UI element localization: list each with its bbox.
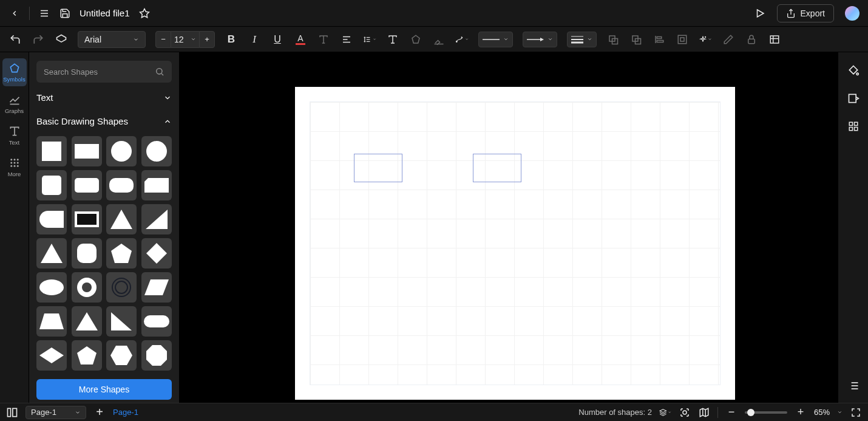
insert-text-button[interactable]: [386, 33, 399, 46]
shape-donut[interactable]: [72, 272, 102, 303]
zoom-value[interactable]: 65%: [814, 408, 830, 417]
edit-button[interactable]: [722, 33, 735, 46]
group-button[interactable]: [676, 33, 689, 46]
section-basic-shapes[interactable]: Basic Drawing Shapes: [36, 112, 172, 130]
rail-text[interactable]: Text: [2, 122, 27, 149]
shape-hexagon[interactable]: [106, 340, 137, 371]
main-area: Symbols Graphs Text More Search Shapes: [0, 52, 868, 403]
canvas-shape-rect[interactable]: [354, 154, 402, 182]
page-select[interactable]: Page-1: [25, 406, 86, 419]
align-objects-button[interactable]: [653, 33, 666, 46]
outline-panel-icon[interactable]: [6, 406, 18, 419]
play-button[interactable]: [754, 7, 766, 19]
fullscreen-button[interactable]: [850, 406, 862, 419]
font-size-decrease[interactable]: −: [155, 31, 171, 48]
lock-button[interactable]: [745, 33, 758, 46]
underline-button[interactable]: U: [271, 33, 284, 46]
shape-triangle-2[interactable]: [36, 238, 67, 269]
shape-triangle[interactable]: [106, 204, 137, 234]
font-color-button[interactable]: A: [294, 33, 307, 46]
shape-rectangle[interactable]: [72, 136, 102, 166]
font-size-select[interactable]: 12: [171, 31, 199, 48]
canvas-paper[interactable]: [295, 87, 735, 400]
canvas-area[interactable]: [180, 52, 838, 403]
shape-pentagon[interactable]: [106, 238, 137, 269]
shape-octagon[interactable]: [141, 340, 172, 371]
font-size-increase[interactable]: +: [199, 31, 215, 48]
add-page-button[interactable]: +: [93, 406, 106, 419]
status-bar: Page-1 + Page-1 Number of shapes: 2 − + …: [0, 403, 868, 421]
connector-button[interactable]: [455, 33, 469, 46]
shape-rounded-square[interactable]: [36, 170, 67, 200]
svg-marker-83: [110, 346, 132, 365]
shape-circle-2[interactable]: [141, 136, 172, 166]
search-shapes-input[interactable]: Search Shapes: [36, 61, 172, 83]
bold-button[interactable]: B: [225, 33, 238, 46]
shape-right-triangle-up[interactable]: [141, 204, 172, 234]
shape-square[interactable]: [36, 136, 67, 166]
shape-ring-outline[interactable]: [106, 272, 137, 303]
shape-frame[interactable]: [72, 204, 102, 234]
shape-right-triangle[interactable]: [106, 306, 137, 337]
shape-pill[interactable]: [141, 306, 172, 337]
shape-triangle-3[interactable]: [72, 306, 102, 337]
shapes-grid: [36, 136, 172, 373]
favorite-star-icon[interactable]: [138, 7, 151, 19]
shape-pentagon-2[interactable]: [72, 340, 102, 371]
fill-tool-icon[interactable]: [847, 64, 860, 77]
line-weight-select[interactable]: [567, 32, 597, 47]
arrow-style-select[interactable]: [523, 32, 557, 47]
zoom-out-button[interactable]: −: [725, 406, 737, 419]
shape-rounded-rect[interactable]: [72, 170, 102, 200]
shape-trapezoid[interactable]: [36, 306, 67, 337]
rail-more[interactable]: More: [2, 153, 27, 181]
map-icon[interactable]: [698, 406, 710, 419]
svg-rect-55: [42, 142, 61, 161]
shape-style-button[interactable]: [409, 33, 422, 46]
shape-rounded-square-2[interactable]: [72, 238, 102, 269]
canvas-shape-rect[interactable]: [473, 154, 521, 182]
undo-button[interactable]: [8, 33, 22, 46]
table-button[interactable]: [768, 33, 781, 46]
export-button[interactable]: Export: [777, 4, 834, 22]
rail-symbols[interactable]: Symbols: [2, 58, 27, 86]
shape-pill-rect[interactable]: [106, 170, 137, 200]
save-icon[interactable]: [59, 7, 71, 19]
apps-grid-icon[interactable]: [847, 120, 860, 132]
ai-sparkle-button[interactable]: [699, 33, 712, 46]
focus-icon[interactable]: [679, 406, 691, 419]
rail-graphs[interactable]: Graphs: [2, 90, 27, 118]
more-shapes-button[interactable]: More Shapes: [36, 379, 172, 400]
shape-ellipse[interactable]: [36, 272, 67, 303]
chevron-down-icon[interactable]: [837, 409, 843, 415]
redo-button[interactable]: [32, 33, 45, 46]
align-button[interactable]: [340, 33, 353, 46]
file-title[interactable]: Untitled file1: [80, 8, 130, 18]
shape-snip-rect[interactable]: [141, 170, 172, 200]
shape-diamond-flat[interactable]: [36, 340, 67, 371]
hamburger-menu-icon[interactable]: [38, 7, 50, 19]
highlight-button[interactable]: [432, 33, 446, 46]
section-text[interactable]: Text: [36, 89, 172, 106]
italic-button[interactable]: I: [248, 33, 261, 46]
format-painter-button[interactable]: [55, 33, 68, 46]
svg-point-51: [13, 165, 15, 167]
export-panel-icon[interactable]: [847, 92, 860, 104]
line-style-select[interactable]: [478, 32, 513, 47]
shape-half-rounded[interactable]: [36, 204, 67, 234]
send-back-button[interactable]: [606, 33, 620, 46]
zoom-in-button[interactable]: +: [795, 406, 807, 419]
layers-list-icon[interactable]: [847, 380, 860, 392]
font-family-select[interactable]: Arial: [78, 31, 146, 48]
page-tab[interactable]: Page-1: [113, 408, 138, 417]
shape-parallelogram[interactable]: [141, 272, 172, 303]
shape-diamond[interactable]: [141, 238, 172, 269]
user-avatar[interactable]: [845, 6, 860, 21]
text-case-button[interactable]: [317, 33, 330, 46]
shape-circle[interactable]: [106, 136, 137, 166]
line-spacing-button[interactable]: [363, 33, 376, 46]
bring-front-button[interactable]: [629, 33, 643, 46]
zoom-slider[interactable]: [745, 411, 787, 414]
layers-icon[interactable]: [659, 406, 671, 419]
back-button[interactable]: [8, 7, 21, 19]
